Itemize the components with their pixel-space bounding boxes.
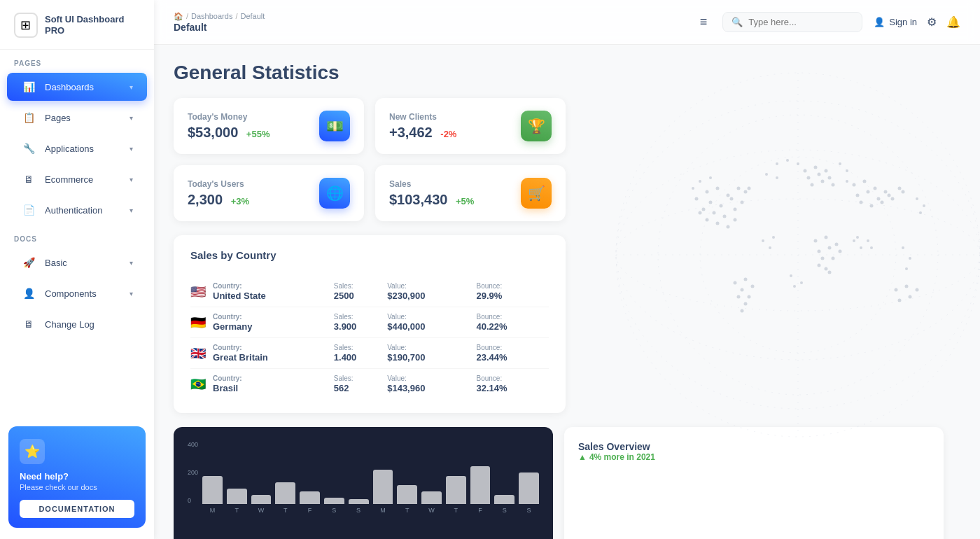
svg-point-43 — [877, 197, 881, 201]
bar — [519, 472, 539, 504]
menu-icon[interactable]: ≡ — [696, 10, 712, 34]
sidebar-item-applications[interactable]: 🔧 Applications ▾ — [7, 134, 147, 162]
applications-icon: 🔧 — [21, 141, 36, 156]
svg-point-52 — [744, 278, 748, 281]
svg-point-34 — [811, 183, 814, 187]
bar — [275, 482, 295, 505]
sidebar-item-basic-label: Basic — [45, 258, 67, 268]
bounce-cell: Bounce: 40.22% — [476, 307, 549, 338]
chevron-icon: ▾ — [130, 114, 133, 122]
chevron-icon: ▾ — [130, 145, 133, 153]
breadcrumb-path: 🏠 / Dashboards / Default — [174, 12, 682, 21]
help-title: Need help? — [20, 471, 134, 482]
svg-point-13 — [730, 197, 734, 201]
chevron-icon: ▾ — [130, 83, 133, 91]
svg-point-44 — [888, 194, 891, 197]
settings-icon[interactable]: ⚙ — [927, 15, 937, 29]
logo-icon: ⊞ — [14, 13, 38, 38]
breadcrumb-current: Default — [240, 12, 265, 20]
svg-point-21 — [737, 187, 741, 190]
svg-point-88 — [772, 236, 775, 239]
search-box[interactable]: 🔍 — [722, 12, 862, 32]
bar — [202, 476, 223, 505]
globe-decoration — [595, 52, 980, 458]
svg-point-95 — [800, 281, 803, 284]
bar — [421, 491, 442, 504]
breadcrumb: 🏠 / Dashboards / Default Default — [174, 12, 682, 33]
value-cell: Value: $440,000 — [387, 307, 476, 338]
svg-point-76 — [786, 159, 789, 162]
svg-point-35 — [821, 180, 825, 183]
help-star-icon: ⭐ — [20, 439, 45, 464]
stat-card-todays-users: Today's Users 2,300 +3% 🌐 — [174, 165, 364, 221]
svg-point-33 — [828, 176, 832, 180]
topbar: 🏠 / Dashboards / Default Default ≡ 🔍 👤 S… — [154, 0, 980, 45]
chevron-icon: ▾ — [130, 206, 133, 214]
app-name: Soft UI Dashboard PRO — [45, 14, 140, 36]
sidebar-item-basic[interactable]: 🚀 Basic ▾ — [7, 248, 147, 276]
bar — [349, 499, 369, 504]
todays-money-value: $53,000 +55% — [188, 125, 270, 141]
svg-point-45 — [898, 187, 902, 190]
bar-label: T — [397, 507, 417, 514]
sidebar-item-pages[interactable]: 📋 Pages ▾ — [7, 104, 147, 132]
auth-icon: 📄 — [21, 202, 36, 218]
svg-point-3 — [616, 199, 980, 311]
svg-point-32 — [818, 173, 821, 176]
svg-point-18 — [741, 201, 744, 204]
svg-point-71 — [905, 285, 909, 288]
svg-point-8 — [706, 190, 709, 194]
sales-table: 🇺🇸 Country: United State Sales: 2500 Val… — [190, 272, 549, 399]
topbar-actions: 👤 Sign in ⚙ 🔔 — [874, 15, 960, 29]
notifications-icon[interactable]: 🔔 — [946, 15, 960, 29]
svg-point-68 — [818, 264, 821, 267]
svg-point-5 — [616, 101, 980, 409]
sales-cell: Sales: 2500 — [334, 276, 387, 307]
home-icon: 🏠 — [174, 12, 183, 21]
sidebar-item-components[interactable]: 👤 Components ▾ — [7, 279, 147, 307]
documentation-button[interactable]: DOCUMENTATION — [20, 500, 134, 518]
value-cell: Value: $190,700 — [387, 338, 476, 369]
svg-point-9 — [716, 187, 720, 190]
todays-users-icon: 🌐 — [319, 178, 350, 209]
svg-point-4 — [616, 150, 980, 360]
svg-point-11 — [709, 201, 713, 204]
sidebar-item-ecommerce[interactable]: 🖥 Ecommerce ▾ — [7, 165, 147, 193]
bar-label: S — [494, 507, 514, 514]
svg-point-83 — [916, 197, 918, 200]
page-title-breadcrumb: Default — [174, 22, 682, 33]
sidebar-item-changelog-label: Change Log — [45, 319, 94, 330]
signin-button[interactable]: 👤 Sign in — [874, 17, 917, 27]
sidebar-item-dashboards-label: Dashboards — [45, 82, 94, 92]
sidebar-item-changelog[interactable]: 🖥 Change Log — [7, 310, 147, 338]
table-row: 🇩🇪 Country: Germany Sales: 3.900 Value: … — [190, 307, 549, 338]
country-col-label: Country: — [213, 282, 266, 290]
bar-label: M — [373, 507, 393, 514]
sidebar-item-authentication[interactable]: 📄 Authentication ▾ — [7, 196, 147, 224]
svg-point-61 — [835, 243, 839, 246]
svg-point-56 — [748, 295, 751, 299]
svg-point-81 — [846, 169, 848, 172]
bar-label: T — [275, 507, 295, 514]
svg-point-67 — [825, 267, 828, 271]
bar — [470, 466, 491, 504]
svg-point-22 — [695, 197, 699, 201]
svg-point-58 — [741, 309, 744, 313]
sidebar-item-dashboards[interactable]: 📊 Dashboards ▾ — [7, 73, 147, 101]
svg-point-55 — [737, 295, 741, 299]
breadcrumb-dashboards: Dashboards — [191, 12, 232, 20]
chevron-icon: ▾ — [130, 176, 133, 183]
bounce-cell: Bounce: 29.9% — [476, 276, 549, 307]
search-input[interactable] — [748, 17, 853, 27]
bounce-cell: Bounce: 23.44% — [476, 338, 549, 369]
svg-point-91 — [856, 236, 859, 239]
bar-label: T — [446, 507, 466, 514]
todays-users-value: 2,300 +3% — [188, 192, 249, 208]
svg-point-65 — [821, 257, 825, 260]
user-icon: 👤 — [874, 17, 885, 27]
country-name: United State — [213, 290, 266, 301]
svg-point-92 — [867, 239, 869, 242]
new-clients-value: +3,462 -2% — [389, 125, 456, 141]
country-col-label: Country: — [213, 374, 242, 382]
sales-overview-card: Sales Overview ▲ 4% more in 2021 500 400 — [564, 427, 944, 539]
